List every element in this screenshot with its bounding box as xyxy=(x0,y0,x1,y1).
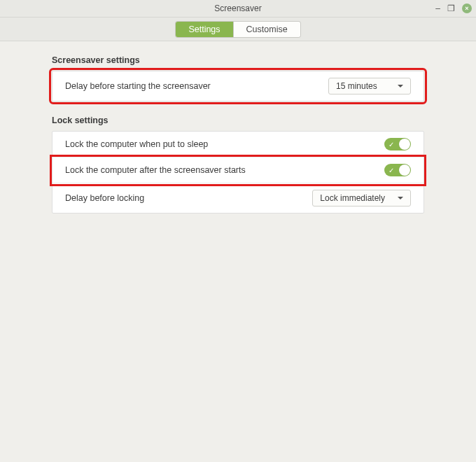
tab-settings[interactable]: Settings xyxy=(176,22,233,37)
row-delay-start: Delay before starting the screensaver 15… xyxy=(52,71,424,101)
row-lock-sleep: Lock the computer when put to sleep xyxy=(52,132,424,158)
window-controls: – ❐ × xyxy=(435,0,472,17)
lock-section-title: Lock settings xyxy=(52,115,469,125)
tab-group: Settings Customise xyxy=(176,22,300,37)
titlebar: Screensaver – ❐ × xyxy=(0,0,476,18)
label-lock-sleep: Lock the computer when put to sleep xyxy=(65,139,384,149)
lock-settings-card: Lock the computer when put to sleep Lock… xyxy=(52,131,424,214)
content-area: Screensaver settings Delay before starti… xyxy=(0,41,476,241)
label-delay-start: Delay before starting the screensaver xyxy=(65,81,328,91)
chevron-down-icon xyxy=(398,197,403,200)
dropdown-delay-lock[interactable]: Lock immediately xyxy=(312,190,411,206)
dropdown-delay-start-value: 15 minutes xyxy=(336,81,377,91)
screensaver-section-title: Screensaver settings xyxy=(52,55,469,65)
label-lock-after-ss: Lock the computer after the screensaver … xyxy=(65,165,384,175)
tab-customise[interactable]: Customise xyxy=(234,22,300,37)
chevron-down-icon xyxy=(398,85,403,88)
label-delay-lock: Delay before locking xyxy=(65,193,312,203)
minimize-icon[interactable]: – xyxy=(435,4,440,13)
maximize-icon[interactable]: ❐ xyxy=(447,4,455,13)
dropdown-delay-start[interactable]: 15 minutes xyxy=(328,78,411,94)
toggle-lock-sleep[interactable] xyxy=(384,138,411,150)
row-delay-lock: Delay before locking Lock immediately xyxy=(52,183,424,213)
screensaver-settings-card: Delay before starting the screensaver 15… xyxy=(52,71,424,102)
toggle-lock-after-ss[interactable] xyxy=(384,164,411,176)
dropdown-delay-lock-value: Lock immediately xyxy=(320,193,385,203)
window-title: Screensaver xyxy=(0,4,476,13)
row-lock-after-ss: Lock the computer after the screensaver … xyxy=(52,158,424,183)
tabbar: Settings Customise xyxy=(0,18,476,41)
close-icon[interactable]: × xyxy=(462,4,472,13)
